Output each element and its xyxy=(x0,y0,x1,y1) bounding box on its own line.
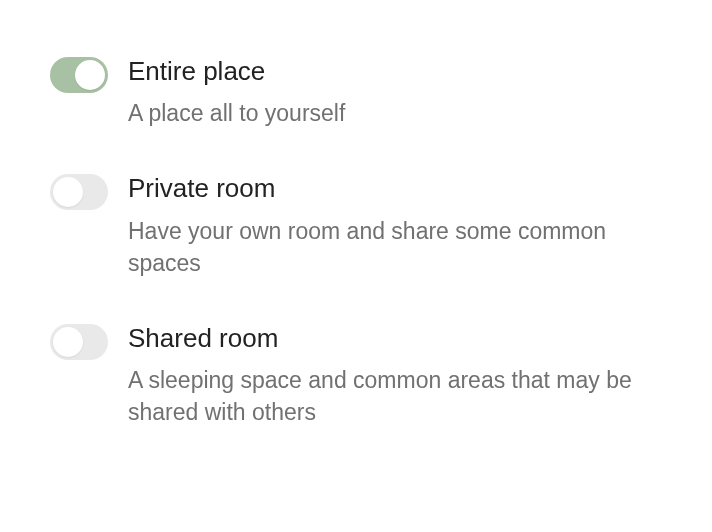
toggle-private-room[interactable] xyxy=(50,174,108,210)
place-type-options: Entire place A place all to yourself Pri… xyxy=(50,56,662,429)
option-text-private-room: Private room Have your own room and shar… xyxy=(128,173,662,279)
option-desc-private-room: Have your own room and share some common… xyxy=(128,215,648,279)
toggle-knob-icon xyxy=(53,327,83,357)
option-text-entire-place: Entire place A place all to yourself xyxy=(128,56,662,129)
toggle-entire-place[interactable] xyxy=(50,57,108,93)
option-title-shared-room: Shared room xyxy=(128,323,662,354)
option-entire-place: Entire place A place all to yourself xyxy=(50,56,662,129)
toggle-shared-room[interactable] xyxy=(50,324,108,360)
option-title-entire-place: Entire place xyxy=(128,56,662,87)
option-shared-room: Shared room A sleeping space and common … xyxy=(50,323,662,429)
option-text-shared-room: Shared room A sleeping space and common … xyxy=(128,323,662,429)
option-desc-shared-room: A sleeping space and common areas that m… xyxy=(128,364,648,428)
option-desc-entire-place: A place all to yourself xyxy=(128,97,648,129)
toggle-knob-icon xyxy=(53,177,83,207)
toggle-knob-icon xyxy=(75,60,105,90)
option-private-room: Private room Have your own room and shar… xyxy=(50,173,662,279)
option-title-private-room: Private room xyxy=(128,173,662,204)
